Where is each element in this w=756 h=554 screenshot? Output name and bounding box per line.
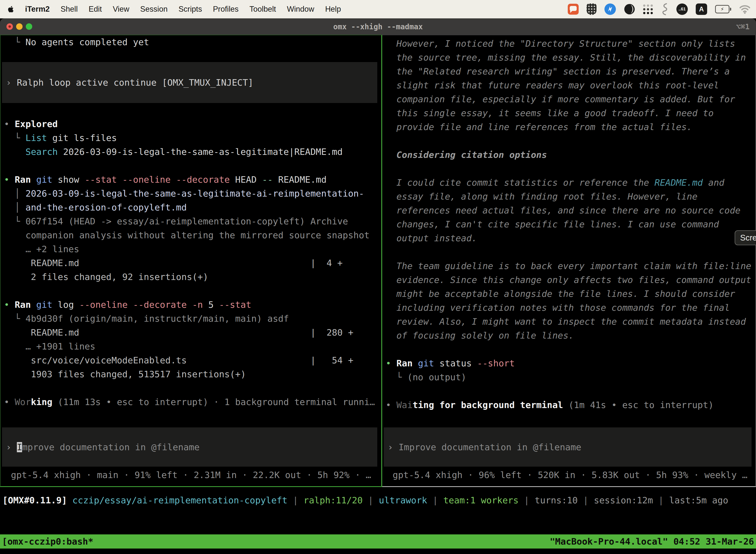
terminal-output: However, I noticed the "Directory Struct… xyxy=(386,37,756,412)
tmux-host-clock: "MacBook-Pro-44.local" 04:52 31-Mar-26 xyxy=(550,536,754,547)
terminal-line: output instead. xyxy=(386,231,756,245)
agent-input-right[interactable]: ›Improve documentation in @filename xyxy=(384,428,752,466)
terminal-line: 2 files changed, 92 insertions(+) xyxy=(4,270,381,284)
apple-menu-icon[interactable] xyxy=(7,5,14,13)
window-title-bar: omx --xhigh --madmax ⌥⌘1 xyxy=(0,18,756,35)
terminal-line xyxy=(4,284,381,298)
terminal-line: README.md | 280 + xyxy=(4,326,381,340)
terminal-pane-right[interactable]: However, I noticed the "Directory Struct… xyxy=(382,35,756,487)
battery-charging-icon[interactable]: ⚡ xyxy=(715,5,731,13)
terminal-line: 1903 files changed, 513517 insertions(+) xyxy=(4,367,381,381)
terminal-line: • Explored xyxy=(4,117,381,131)
agent-input-left[interactable]: ›Improve documentation in @filename xyxy=(2,428,377,466)
terminal-line: I could cite commit statistics or refere… xyxy=(386,176,756,189)
terminal-line: • Ran git show --stat --oneline --decora… xyxy=(4,173,381,187)
terminal-line: changes, I can't cite specific file line… xyxy=(386,217,756,231)
menu-bar: iTerm2 Shell Edit View Session Scripts P… xyxy=(0,0,756,18)
terminal-line: provide file and line references from th… xyxy=(386,120,756,134)
terminal-line: … +2 lines xyxy=(4,242,381,256)
terminal-line: └ 4b9d30f (origin/main, instructkr/main,… xyxy=(4,312,381,326)
menu-item-toolbelt[interactable]: Toolbelt xyxy=(250,5,276,14)
terminal-output: • Explored └ List git ls-files Search 20… xyxy=(4,117,381,409)
menu-item-profiles[interactable]: Profiles xyxy=(213,5,238,14)
terminal-line: might be acceptable alongside the file l… xyxy=(386,287,756,301)
input-source-a-icon[interactable]: A xyxy=(696,3,707,15)
input-placeholder: mprove documentation in @filename xyxy=(22,442,199,452)
terminal-line: └ List git ls-files xyxy=(4,131,381,145)
prompt-chevron: › xyxy=(6,77,11,88)
ralph-loop-text: Ralph loop active continue [OMX_TMUX_INJ… xyxy=(17,77,253,88)
terminal-pane-left[interactable]: └ No agents completed yet ›Ralph loop ac… xyxy=(0,35,382,487)
chat-bubble-icon[interactable] xyxy=(568,4,579,15)
window-shortcut-badge: ⌥⌘1 xyxy=(736,18,750,35)
terminal-line: └ 067f154 (HEAD -> essay/ai-reimplementa… xyxy=(4,214,381,228)
terminal-line: README.md | 4 + xyxy=(4,256,381,270)
terminal-line: the source tree, missing the essay. Stil… xyxy=(386,51,756,64)
ralph-loop-banner[interactable]: ›Ralph loop active continue [OMX_TMUX_IN… xyxy=(2,62,377,103)
terminal-line: • Waiting for background terminal (1m 41… xyxy=(386,398,756,412)
omx-status-line: [OMX#0.11.9] cczip/essay/ai-reimplementa… xyxy=(2,493,756,505)
dots-grid-icon[interactable] xyxy=(643,4,653,14)
badge-61-icon[interactable]: ..61 xyxy=(676,3,688,15)
session-status-right: gpt-5.4 xhigh · 96% left · 520K in · 5.8… xyxy=(382,468,756,482)
menu-item-view[interactable]: View xyxy=(113,5,129,14)
terminal-line: essay file, along with finding root file… xyxy=(386,189,756,204)
terminal-line: Search 2026-03-09-is-legal-the-same-as-l… xyxy=(4,145,381,159)
terminal-line: the "Related research writing" section i… xyxy=(386,64,756,78)
terminal-line: Considering citation options xyxy=(386,148,756,162)
terminal-line xyxy=(386,384,756,398)
screen-tooltip: Scre xyxy=(735,230,756,245)
tmux-status-bar: [omx-cczip0:bash* "MacBook-Pro-44.local"… xyxy=(0,535,756,549)
terminal-line: However, I noticed the "Directory Struct… xyxy=(386,37,756,51)
terminal-line: companion analysis without altering the … xyxy=(4,228,381,242)
menu-item-edit[interactable]: Edit xyxy=(88,5,102,14)
tmux-window-name: [omx-cczip0:bash* xyxy=(2,536,93,547)
terminal-output: └ No agents completed yet xyxy=(4,35,381,49)
prompt-chevron: › xyxy=(6,442,11,452)
window-title: omx --xhigh --madmax xyxy=(0,18,756,35)
terminal-line xyxy=(386,134,756,148)
blue-bolt-icon[interactable] xyxy=(605,3,616,15)
terminal-line: src/voice/voiceModeEnabled.ts | 54 + xyxy=(4,353,381,367)
terminal-line xyxy=(386,162,756,176)
terminal-line: The team guideline is to back every impo… xyxy=(386,259,756,273)
terminal-line: └ No agents completed yet xyxy=(4,35,381,49)
menu-item-help[interactable]: Help xyxy=(325,5,341,14)
terminal-line: review. Also, I might want to inspect th… xyxy=(386,315,756,329)
terminal-line xyxy=(386,245,756,259)
terminal-line xyxy=(4,159,381,173)
menu-item-window[interactable]: Window xyxy=(287,5,314,14)
terminal-line: └ (no output) xyxy=(386,370,756,384)
menu-item-session[interactable]: Session xyxy=(140,5,168,14)
menu-item-shell[interactable]: Shell xyxy=(61,5,78,14)
moon-circle-icon[interactable] xyxy=(624,3,635,15)
text-cursor: I xyxy=(17,442,22,452)
terminal-line: evidence. Since this change only affects… xyxy=(386,273,756,287)
terminal-line xyxy=(386,342,756,356)
session-status-left: gpt-5.4 xhigh · main · 91% left · 2.31M … xyxy=(0,468,381,482)
terminal-line: slight risk that future readers may over… xyxy=(386,78,756,92)
terminal-line: including verification notes with those … xyxy=(386,301,756,315)
menu-item-scripts[interactable]: Scripts xyxy=(179,5,202,14)
wifi-icon[interactable] xyxy=(739,4,751,14)
shield-grid-icon[interactable] xyxy=(586,3,596,15)
terminal-content: └ No agents completed yet ›Ralph loop ac… xyxy=(0,35,756,554)
terminal-line: … +1901 lines xyxy=(4,340,381,353)
terminal-line: • Working (11m 13s • esc to interrupt) ·… xyxy=(4,395,381,409)
screen-tooltip-label: Scre xyxy=(740,233,756,242)
terminal-line: • Ran git log --oneline --decorate -n 5 … xyxy=(4,298,381,312)
terminal-line: this single essay, it seems like a good … xyxy=(386,106,756,120)
terminal-line: │ and-the-erosion-of-copyleft.md xyxy=(4,201,381,214)
terminal-line: companion file, especially if more comme… xyxy=(386,92,756,106)
squiggle-icon[interactable] xyxy=(661,3,669,16)
terminal-line: • Ran git status --short xyxy=(386,356,756,370)
input-placeholder: Improve documentation in @filename xyxy=(398,442,581,452)
terminal-line: of focusing solely on file lines. xyxy=(386,329,756,342)
terminal-line xyxy=(4,381,381,395)
terminal-line: [OMX#0.11.9] cczip/essay/ai-reimplementa… xyxy=(2,493,756,505)
menu-item-iterm2[interactable]: iTerm2 xyxy=(25,5,50,14)
terminal-line: references need actual files, and since … xyxy=(386,204,756,217)
prompt-chevron: › xyxy=(388,442,393,452)
terminal-line: │ 2026-03-09-is-legal-the-same-as-legiti… xyxy=(4,187,381,201)
